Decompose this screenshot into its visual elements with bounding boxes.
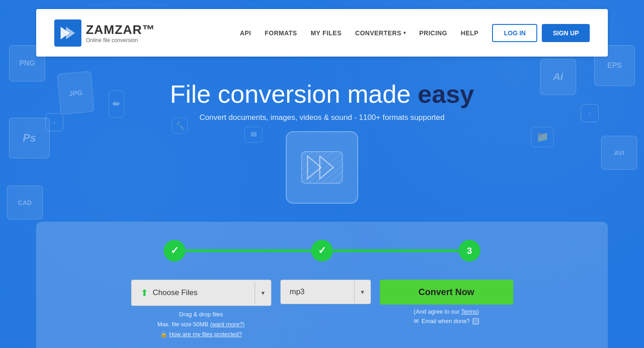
login-button[interactable]: LOG IN: [492, 24, 537, 42]
nav-help[interactable]: HELP: [461, 29, 478, 37]
navbar: ZAMZAR™ Online file conversion API FORMA…: [36, 9, 608, 57]
hero-section: File conversion made easy Convert docume…: [0, 66, 644, 222]
terms-link[interactable]: Terms: [461, 308, 477, 315]
nav-links: API FORMATS MY FILES CONVERTERS ▾ PRICIN…: [240, 29, 478, 37]
brand-name: ZAMZAR™: [86, 23, 155, 37]
hero-title: File conversion made easy: [9, 79, 635, 109]
step-1-circle: ✓: [164, 240, 185, 262]
progress-steps: ✓ ✓ 3: [63, 240, 581, 262]
step-2-circle: ✓: [311, 240, 333, 262]
choose-files-button[interactable]: ⬆ Choose Files ▾: [131, 280, 271, 306]
email-checkbox[interactable]: [473, 318, 479, 324]
logo-text: ZAMZAR™ Online file conversion: [86, 23, 155, 43]
nav-formats[interactable]: FORMATS: [265, 29, 297, 37]
hero-center-icon: [286, 131, 358, 204]
protection-link[interactable]: How are my files protected?: [169, 329, 242, 339]
hero-subtitle: Convert documents, images, videos & soun…: [9, 113, 635, 122]
choose-files-dropdown-arrow[interactable]: ▾: [255, 282, 271, 304]
format-value: mp3: [281, 280, 354, 304]
choose-files-label: Choose Files: [153, 288, 198, 297]
upload-icon: ⬆: [141, 287, 148, 298]
drag-drop-text: Drag & drop files: [157, 310, 245, 319]
choose-file-area: ⬆ Choose Files ▾ Drag & drop files Max. …: [131, 280, 271, 339]
want-more-link[interactable]: (want more?): [210, 321, 245, 328]
hero-emphasis: easy: [418, 80, 474, 108]
file-info: Drag & drop files Max. file size 50MB (w…: [157, 310, 245, 339]
convert-terms: (And agree to our Terms): [414, 308, 479, 315]
format-select[interactable]: mp3 ▾: [280, 280, 371, 304]
email-icon: ✉: [414, 318, 419, 324]
brand-tagline: Online file conversion: [86, 37, 155, 43]
protection-link-row: 🔒 How are my files protected?: [157, 329, 245, 339]
logo[interactable]: ZAMZAR™ Online file conversion: [54, 19, 155, 47]
step-1-checkmark: ✓: [170, 245, 179, 257]
step-3-circle: 3: [459, 240, 480, 262]
converter-controls: ⬆ Choose Files ▾ Drag & drop files Max. …: [63, 280, 581, 339]
step-3-number: 3: [467, 246, 472, 256]
logo-icon: [54, 19, 81, 47]
nav-my-files[interactable]: MY FILES: [311, 29, 341, 37]
svg-marker-1: [66, 27, 75, 39]
nav-api[interactable]: API: [240, 29, 251, 37]
choose-files-main: ⬆ Choose Files: [132, 280, 255, 305]
chevron-down-icon: ▾: [403, 30, 406, 35]
converter-panel: ✓ ✓ 3 ⬆ Choose Files ▾ Drag & drop: [36, 222, 608, 348]
nav-pricing[interactable]: PRICING: [419, 29, 447, 37]
nav-converters[interactable]: CONVERTERS ▾: [355, 29, 406, 37]
step-connector-2: [333, 249, 459, 252]
max-size-text: Max. file size 50MB (want more?): [157, 319, 245, 329]
convert-btn-area: Convert Now (And agree to our Terms) ✉ E…: [380, 280, 513, 324]
step-connector-1: [185, 249, 311, 252]
convert-now-button[interactable]: Convert Now: [380, 280, 513, 305]
nav-buttons: LOG IN SIGN UP: [492, 24, 590, 42]
format-dropdown-arrow[interactable]: ▾: [354, 281, 370, 303]
signup-button[interactable]: SIGN UP: [542, 24, 590, 42]
email-done-row: ✉ Email when done?: [414, 318, 479, 324]
email-label: Email when done?: [421, 318, 470, 324]
step-2-checkmark: ✓: [318, 245, 326, 257]
lock-icon: 🔒: [160, 329, 167, 339]
progress-wrapper: ✓ ✓ 3: [164, 240, 480, 262]
